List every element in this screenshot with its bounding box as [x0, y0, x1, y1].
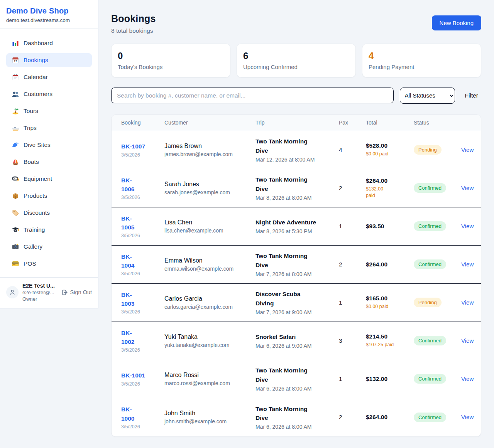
trip-cell: Two Tank Morning DiveMar 6, 2026 at 8:00… [255, 366, 339, 392]
status-cell: Confirmed [414, 259, 461, 269]
booking-cell: BK- 10023/5/2026 [121, 328, 164, 353]
booking-date: 3/5/2026 [121, 195, 161, 200]
sidebar-item-trips[interactable]: Trips [6, 121, 92, 135]
trip-datetime: Mar 8, 2026 at 8:00 AM [255, 195, 335, 201]
booking-id-link[interactable]: BK-1007 [121, 142, 145, 151]
total-amount: $132.00 [366, 376, 410, 382]
booking-date: 3/5/2026 [121, 309, 161, 315]
sidebar-item-gallery[interactable]: Gallery [6, 240, 92, 254]
page-title-block: Bookings 8 total bookings [111, 13, 156, 34]
view-link[interactable]: View [461, 185, 474, 191]
sidebar-item-label: Trips [24, 125, 37, 131]
sidebar-item-label: Dashboard [24, 40, 53, 47]
trip-cell: Two Tank Morning DiveMar 12, 2026 at 8:0… [255, 137, 339, 163]
booking-date: 3/5/2026 [121, 424, 161, 429]
sidebar-item-dashboard[interactable]: Dashboard [6, 36, 92, 50]
shop-name: Demo Dive Shop [6, 7, 92, 15]
view-cell: View [461, 376, 477, 382]
booking-id-link[interactable]: BK- 1002 [121, 328, 134, 347]
sidebar-item-customers[interactable]: Customers [6, 87, 92, 101]
view-cell: View [461, 299, 477, 306]
new-booking-button[interactable]: New Booking [432, 15, 481, 30]
bookings-table: Booking Customer Trip Pax Total Status B… [111, 115, 481, 437]
trip-name: Snorkel Safari [255, 332, 335, 341]
sidebar-item-training[interactable]: Training [6, 223, 92, 237]
view-link[interactable]: View [461, 376, 474, 382]
booking-id-link[interactable]: BK- 1004 [121, 252, 134, 270]
customer-cell: Yuki Tanakayuki.tanaka@example.com [164, 333, 255, 348]
customer-name: Carlos Garcia [164, 295, 252, 302]
sidebar-item-pos[interactable]: POS [6, 257, 92, 271]
view-link[interactable]: View [461, 147, 474, 153]
dive-sites-icon [12, 141, 19, 149]
sidebar-item-calendar[interactable]: Calendar [6, 70, 92, 84]
sidebar-item-bookings[interactable]: 17Bookings [6, 53, 92, 67]
sign-out-button[interactable]: Sign Out [61, 289, 92, 296]
trip-cell: Two Tank Morning DiveMar 7, 2026 at 8:00… [255, 251, 339, 277]
bookings-icon: 17 [12, 56, 19, 64]
dashboard-icon [12, 39, 19, 47]
trip-datetime: Mar 7, 2026 at 9:00 AM [255, 309, 335, 315]
column-header-status: Status [414, 120, 461, 126]
trip-name: Two Tank Morning Dive [255, 404, 335, 423]
booking-cell: BK- 10053/5/2026 [121, 214, 164, 239]
sidebar-item-label: Dive Sites [24, 141, 51, 148]
booking-id-link[interactable]: BK-1001 [121, 371, 145, 380]
paid-amount: $0.00 paid [366, 303, 410, 310]
booking-id-link[interactable]: BK- 1005 [121, 214, 134, 232]
view-cell: View [461, 414, 477, 421]
view-link[interactable]: View [461, 337, 474, 344]
booking-cell: BK-10073/5/2026 [121, 142, 164, 157]
trip-datetime: Mar 8, 2026 at 5:30 PM [255, 228, 335, 234]
customer-name: James Brown [164, 143, 252, 150]
status-cell: Confirmed [414, 413, 461, 422]
equipment-icon [12, 175, 19, 183]
trip-cell: Two Tank Morning DiveMar 6, 2026 at 8:00… [255, 404, 339, 430]
sidebar-item-dive-sites[interactable]: Dive Sites [6, 138, 92, 152]
customer-name: Yuki Tanaka [164, 333, 252, 340]
customer-name: Lisa Chen [164, 219, 252, 226]
view-link[interactable]: View [461, 223, 474, 229]
customers-icon [12, 90, 19, 98]
table-row: BK- 10003/5/2026John Smithjohn.smith@exa… [112, 398, 481, 436]
sidebar-item-label: Boats [24, 158, 39, 165]
filter-button[interactable]: Filter [465, 92, 478, 99]
sidebar-item-discounts[interactable]: Discounts [6, 206, 92, 220]
pax-count: 1 [339, 376, 366, 382]
trip-name: Discover Scuba Diving [255, 290, 335, 308]
user-info: E2E Test U... e2e-tester@... Owner [22, 283, 55, 302]
paid-amount: $107.25 paid [366, 342, 410, 348]
view-link[interactable]: View [461, 299, 474, 306]
discounts-icon [12, 209, 19, 217]
training-icon [12, 226, 19, 234]
search-input[interactable] [111, 88, 394, 103]
total-cell: $264.00 [366, 414, 414, 421]
pax-count: 1 [339, 299, 366, 306]
booking-id-link[interactable]: BK- 1006 [121, 176, 134, 194]
sidebar-item-products[interactable]: Products [6, 189, 92, 203]
view-link[interactable]: View [461, 414, 474, 420]
table-row: BK- 10063/5/2026Sarah Jonessarah.jones@e… [112, 169, 481, 207]
sidebar-item-boats[interactable]: Boats [6, 155, 92, 169]
trip-datetime: Mar 6, 2026 at 8:00 AM [255, 386, 335, 392]
status-cell: Confirmed [414, 183, 461, 193]
sidebar-item-label: Gallery [24, 243, 42, 250]
booking-cell: BK- 10043/5/2026 [121, 252, 164, 277]
tours-icon [12, 107, 19, 115]
view-link[interactable]: View [461, 261, 474, 268]
user-email: e2e-tester@... [22, 290, 55, 295]
booking-id-link[interactable]: BK- 1000 [121, 405, 134, 423]
avatar [6, 286, 19, 298]
trip-cell: Night Dive AdventureMar 8, 2026 at 5:30 … [255, 218, 339, 234]
shop-domain: demo.test.divestreams.com [6, 17, 92, 23]
customer-name: Sarah Jones [164, 181, 252, 188]
sidebar-header: Demo Dive Shop demo.test.divestreams.com [0, 0, 98, 29]
status-filter-select[interactable]: All Statuses [400, 88, 455, 104]
status-cell: Pending [414, 145, 461, 155]
products-icon [12, 192, 19, 200]
customer-cell: Sarah Jonessarah.jones@example.com [164, 181, 255, 195]
booking-id-link[interactable]: BK- 1003 [121, 290, 134, 308]
sidebar-item-tours[interactable]: Tours [6, 104, 92, 118]
sidebar-item-equipment[interactable]: Equipment [6, 172, 92, 186]
column-header-booking: Booking [121, 120, 164, 126]
